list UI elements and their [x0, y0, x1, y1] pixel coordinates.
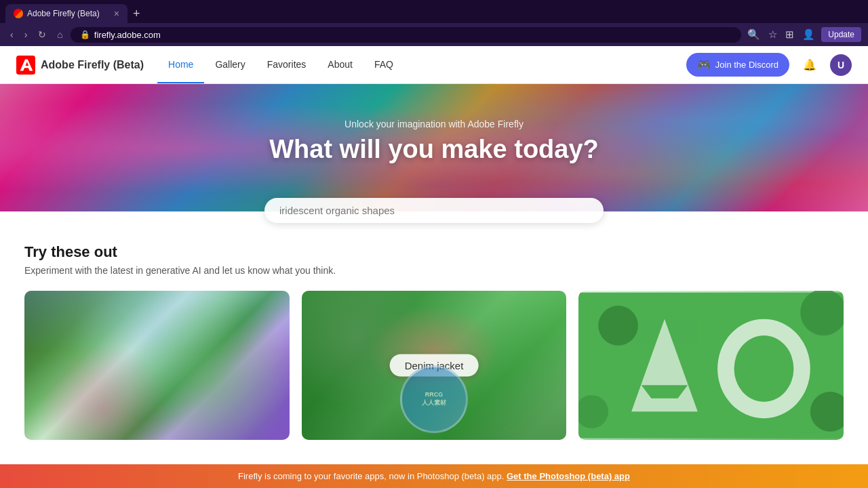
tab-title: Adobe Firefly (Beta): [27, 9, 110, 18]
bell-icon: 🔔: [803, 58, 816, 71]
url-text: firefly.adobe.com: [94, 30, 161, 40]
nav-logo[interactable]: Adobe Firefly (Beta): [16, 56, 144, 75]
nav-links: Home Gallery Favorites About FAQ: [157, 47, 686, 83]
browser-chrome: Adobe Firefly (Beta) × + ‹ › ↻ ⌂ 🔒 firef…: [0, 0, 868, 46]
user-avatar[interactable]: U: [830, 54, 852, 76]
account-icon[interactable]: 👤: [800, 26, 817, 43]
svg-point-5: [734, 336, 794, 402]
forward-button[interactable]: ›: [21, 28, 31, 41]
adobe-logo-icon: [16, 56, 35, 75]
watermark: RRCG人人素材: [400, 365, 468, 433]
hero-banner: Unlock your imagination with Adobe Firef…: [0, 84, 868, 211]
discord-button-label: Join the Discord: [715, 60, 778, 70]
new-tab-button[interactable]: +: [130, 7, 143, 21]
cards-grid: Denim jacket RRCG人人素材: [24, 291, 844, 440]
url-bar[interactable]: 🔒 firefly.adobe.com: [71, 27, 741, 43]
content-section: Try these out Experiment with the latest…: [0, 223, 868, 453]
nav-link-gallery[interactable]: Gallery: [204, 47, 256, 83]
search-container: iridescent organic shapes: [0, 198, 868, 223]
discord-icon: 🎮: [697, 58, 711, 71]
card-forest[interactable]: [24, 291, 290, 440]
notifications-button[interactable]: 🔔: [799, 54, 821, 76]
tab-close-button[interactable]: ×: [114, 8, 119, 19]
watermark-text: RRCG人人素材: [422, 391, 446, 407]
hero-title: What will you make today?: [269, 135, 599, 164]
nav-link-favorites[interactable]: Favorites: [256, 47, 317, 83]
avatar-text: U: [837, 60, 844, 70]
nav-link-about[interactable]: About: [317, 47, 363, 83]
nav-link-faq[interactable]: FAQ: [363, 47, 404, 83]
bookmark-icon[interactable]: ☆: [766, 26, 779, 43]
main-nav: Adobe Firefly (Beta) Home Gallery Favori…: [0, 46, 868, 84]
home-button[interactable]: ⌂: [54, 28, 66, 41]
tab-favicon-icon: [14, 9, 23, 18]
search-icon[interactable]: 🔍: [745, 26, 762, 43]
watermark-circle: RRCG人人素材: [400, 365, 468, 433]
card-portrait[interactable]: Denim jacket RRCG人人素材: [302, 291, 567, 440]
svg-rect-0: [16, 56, 35, 75]
hero-subtitle: Unlock your imagination with Adobe Firef…: [269, 119, 599, 129]
lock-icon: 🔒: [80, 30, 90, 39]
hero-content: Unlock your imagination with Adobe Firef…: [269, 119, 599, 178]
extensions-icon[interactable]: ⊞: [783, 26, 796, 43]
svg-point-6: [599, 306, 639, 346]
active-tab[interactable]: Adobe Firefly (Beta) ×: [5, 4, 127, 23]
tab-bar: Adobe Firefly (Beta) × +: [0, 0, 868, 23]
discord-button[interactable]: 🎮 Join the Discord: [686, 53, 789, 77]
section-description: Experiment with the latest in generative…: [24, 265, 844, 276]
section-title: Try these out: [24, 243, 844, 261]
address-bar: ‹ › ↻ ⌂ 🔒 firefly.adobe.com 🔍 ☆ ⊞ 👤 Upda…: [0, 23, 868, 46]
card-letters[interactable]: [578, 291, 844, 440]
refresh-button[interactable]: ↻: [35, 28, 50, 41]
update-button[interactable]: Update: [821, 27, 861, 42]
search-input[interactable]: iridescent organic shapes: [264, 198, 604, 223]
nav-actions: 🎮 Join the Discord 🔔 U: [686, 53, 852, 77]
nav-brand-text: Adobe Firefly (Beta): [41, 59, 144, 71]
nav-link-home[interactable]: Home: [157, 47, 204, 83]
address-actions: 🔍 ☆ ⊞ 👤 Update: [745, 26, 861, 43]
back-button[interactable]: ‹: [7, 28, 17, 41]
letters-svg: [578, 291, 844, 440]
